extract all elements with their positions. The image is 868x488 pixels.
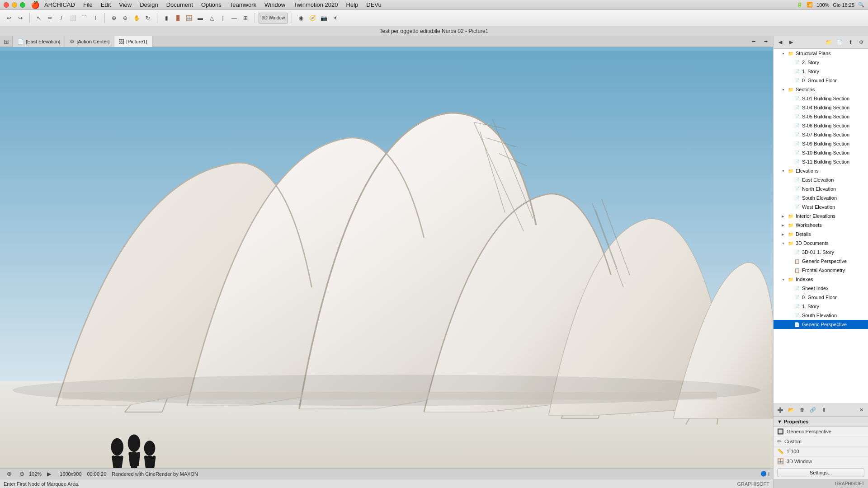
menu-view[interactable]: View	[115, 0, 135, 9]
rotate-tool[interactable]: ↻	[142, 13, 153, 23]
menu-archicad[interactable]: ARCHICAD	[41, 0, 79, 9]
tab-picture[interactable]: 🖼 [Picture1]	[114, 36, 152, 47]
tree-item-south-elev[interactable]: 📄 South Elevation	[774, 193, 868, 202]
expand-worksheets[interactable]	[782, 223, 788, 227]
tree-item-2story[interactable]: 📄 2. Story	[774, 58, 868, 67]
tree-item-s11[interactable]: 📄 S-11 Building Section	[774, 157, 868, 166]
text-tool[interactable]: T	[90, 13, 101, 23]
tree-item-1story-idx[interactable]: 📄 1. Story	[774, 302, 868, 311]
slab-tool[interactable]: ▬	[195, 13, 206, 23]
tree-item-worksheets[interactable]: 📁 Worksheets	[774, 221, 868, 230]
tree-item-3d01[interactable]: 📄 3D-01 1. Story	[774, 248, 868, 257]
pencil-tool[interactable]: ✏	[45, 13, 56, 23]
panel-action-new[interactable]: ➕	[775, 405, 785, 415]
tree-item-s09[interactable]: 📄 S-09 Building Section	[774, 139, 868, 148]
expand-indexes[interactable]	[782, 277, 788, 282]
expand-3d-docs[interactable]	[782, 241, 788, 245]
column-tool[interactable]: |	[217, 13, 228, 23]
tab-nav-right[interactable]: ➡	[760, 36, 771, 47]
tree-item-s04[interactable]: 📄 S-04 Building Section	[774, 103, 868, 112]
minimize-button[interactable]	[12, 2, 17, 8]
settings-button[interactable]: Settings...	[777, 468, 864, 477]
window-tool[interactable]: 🪟	[184, 13, 194, 23]
menu-devu[interactable]: DEVu	[363, 0, 385, 9]
panel-action-export[interactable]: ⬆	[819, 405, 829, 415]
beam-tool[interactable]: —	[229, 13, 240, 23]
menu-document[interactable]: Document	[163, 0, 197, 9]
apple-menu-icon[interactable]: 🍎	[31, 0, 40, 9]
tree-item-s07[interactable]: 📄 S-07 Building Section	[774, 130, 868, 139]
tree-item-elevations[interactable]: 📁 Elevations	[774, 166, 868, 175]
tree-item-generic-perspective[interactable]: 📋 Generic Perspective	[774, 257, 868, 266]
tree-item-frontal-axonometry[interactable]: 📋 Frontal Axonometry	[774, 266, 868, 275]
tab-east-elevation[interactable]: 📄 [East Elevation]	[13, 36, 65, 47]
expand-interior-elevations[interactable]	[782, 214, 788, 218]
panel-action-delete[interactable]: 🗑	[797, 405, 807, 415]
menu-window[interactable]: Window	[261, 0, 289, 9]
line-tool[interactable]: /	[56, 13, 67, 23]
menu-teamwork[interactable]: Teamwork	[226, 0, 260, 9]
expand-elevations[interactable]	[782, 169, 788, 173]
camera-button[interactable]: 📷	[318, 13, 329, 23]
expand-button[interactable]: ▶	[43, 469, 54, 479]
zoom-level-toggle[interactable]: ⊖	[16, 469, 27, 479]
menu-file[interactable]: File	[80, 0, 96, 9]
3d-nav-button[interactable]: 🧭	[307, 13, 318, 23]
shape-tool[interactable]: ⬜	[67, 13, 78, 23]
panel-back-button[interactable]: ◀	[775, 38, 785, 47]
panel-action-link[interactable]: 🔗	[808, 405, 818, 415]
tree-item-s05[interactable]: 📄 S-05 Building Section	[774, 112, 868, 121]
tree-item-east-elev[interactable]: 📄 East Elevation	[774, 175, 868, 184]
expand-details[interactable]	[782, 232, 788, 236]
tree-item-s01[interactable]: 📄 S-01 Building Section	[774, 94, 868, 103]
tree-item-details[interactable]: 📁 Details	[774, 230, 868, 239]
tree-item-ground-floor-idx[interactable]: 📄 0. Ground Floor	[774, 293, 868, 302]
arc-tool[interactable]: ⌒	[79, 13, 90, 23]
tree-container[interactable]: 📁 Structural Plans 📄 2. Story 📄 1. Story…	[774, 49, 868, 404]
menu-design[interactable]: Design	[136, 0, 161, 9]
tree-item-s10[interactable]: 📄 S-10 Building Section	[774, 148, 868, 157]
arrow-tool[interactable]: ↖	[33, 13, 44, 23]
search-icon[interactable]: 🔍	[858, 2, 864, 8]
3d-viewport[interactable]	[0, 47, 773, 468]
3d-window-button[interactable]: 3D Window	[259, 13, 288, 23]
panel-action-open[interactable]: 📂	[786, 405, 796, 415]
roof-tool[interactable]: △	[206, 13, 217, 23]
tree-item-indexes[interactable]: 📁 Indexes	[774, 275, 868, 284]
redo-button[interactable]: ↪	[15, 13, 26, 23]
render-button[interactable]: ◉	[296, 13, 307, 23]
maximize-button[interactable]	[20, 2, 25, 8]
menu-options[interactable]: Options	[198, 0, 225, 9]
sun-button[interactable]: ☀	[330, 13, 340, 23]
menu-help[interactable]: Help	[343, 0, 362, 9]
pan-tool[interactable]: ✋	[131, 13, 142, 23]
close-button[interactable]	[4, 2, 9, 8]
panel-forward-button[interactable]: ▶	[786, 38, 796, 47]
undo-button[interactable]: ↩	[4, 13, 14, 23]
expand-sections[interactable]	[782, 87, 788, 92]
tree-item-1story[interactable]: 📄 1. Story	[774, 67, 868, 76]
panel-action-close[interactable]: ✕	[856, 405, 866, 415]
tree-item-sheet-index[interactable]: 📄 Sheet Index	[774, 284, 868, 293]
panel-new-doc[interactable]: 📄	[835, 38, 844, 47]
zoom-in-tool[interactable]: ⊕	[108, 13, 119, 23]
door-tool[interactable]: 🚪	[172, 13, 183, 23]
menu-twinmotion[interactable]: Twinmotion 2020	[290, 0, 341, 9]
tree-item-ground-floor[interactable]: 📄 0. Ground Floor	[774, 76, 868, 85]
wall-tool[interactable]: ▮	[161, 13, 172, 23]
zoom-fit-button[interactable]: ⊕	[4, 469, 14, 479]
tree-item-sections[interactable]: 📁 Sections	[774, 85, 868, 94]
tree-item-s06[interactable]: 📄 S-06 Building Section	[774, 121, 868, 130]
panel-new-folder[interactable]: 📁	[824, 38, 834, 47]
tree-item-structural-plans[interactable]: 📁 Structural Plans	[774, 49, 868, 58]
properties-expand-icon[interactable]: ▼	[777, 419, 782, 424]
tab-nav-left[interactable]: ⬅	[748, 36, 759, 47]
tree-item-generic-perspective-idx[interactable]: 📄 Generic Perspective	[774, 320, 868, 329]
zoom-out-tool[interactable]: ⊖	[120, 13, 131, 23]
menu-edit[interactable]: Edit	[97, 0, 114, 9]
tree-item-interior-elevations[interactable]: 📁 Interior Elevations	[774, 211, 868, 221]
expand-structural-plans[interactable]	[782, 51, 788, 56]
tree-item-3d-documents[interactable]: 📁 3D Documents	[774, 239, 868, 248]
panel-import[interactable]: ⬆	[845, 38, 855, 47]
tab-action-center[interactable]: ⚙ [Action Center]	[65, 36, 114, 47]
